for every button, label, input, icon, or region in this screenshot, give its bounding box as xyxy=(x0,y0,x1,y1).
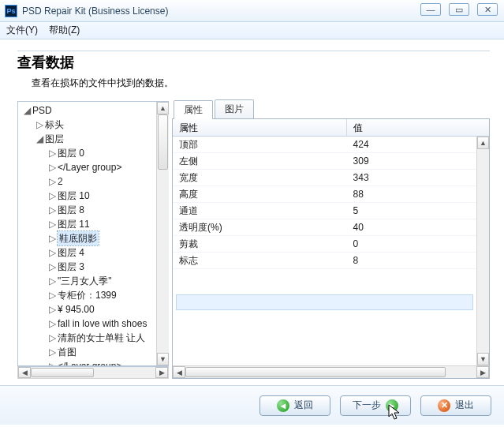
grid-vscrollbar[interactable]: ▲ ▼ xyxy=(476,137,489,365)
property-row[interactable]: 左侧309 xyxy=(173,153,489,170)
maximize-button[interactable]: ▭ xyxy=(449,3,469,16)
tree-item[interactable]: ▷首图 xyxy=(20,345,169,359)
property-row[interactable]: 高度88 xyxy=(173,186,489,203)
footer: ◄ 返回 下一步 ► ✕ 退出 xyxy=(0,385,504,425)
property-row[interactable]: 通道5 xyxy=(173,203,489,219)
menubar: 文件(Y) 帮助(Z) xyxy=(0,22,504,39)
exit-button[interactable]: ✕ 退出 xyxy=(420,395,491,416)
tree-header-node[interactable]: ▷标头 xyxy=(20,118,169,132)
tree-item[interactable]: ▷图层 4 xyxy=(20,245,169,260)
tree-item[interactable]: ▷</Layer group> xyxy=(20,160,169,174)
property-row[interactable]: 透明度(%)40 xyxy=(173,219,489,236)
window-title: PSD Repair Kit (Business License) xyxy=(22,6,168,17)
tree-item[interactable]: ▷图层 11 xyxy=(20,217,169,231)
property-selection xyxy=(176,294,473,310)
scroll-thumb[interactable] xyxy=(185,367,446,377)
scroll-left-icon[interactable]: ◀ xyxy=(18,367,31,378)
tree-hscrollbar[interactable]: ◀ ▶ xyxy=(17,366,169,379)
minimize-button[interactable]: — xyxy=(420,3,441,16)
next-button-label: 下一步 xyxy=(353,399,381,412)
menu-help[interactable]: 帮助(Z) xyxy=(49,24,80,37)
page-subtitle: 查看在损坏的文件中找到的数据。 xyxy=(32,77,490,90)
tree-item[interactable]: ▷</Layer group> xyxy=(20,359,169,365)
back-button-label: 返回 xyxy=(294,399,313,412)
tree-pane: ◢PSD ▷标头 ◢图层 ▷图层 0 ▷</Layer group> ▷2 ▷图… xyxy=(17,101,169,379)
col-name-header[interactable]: 属性 xyxy=(173,119,347,136)
tabs: 属性 图片 xyxy=(172,101,490,118)
tree-item[interactable]: ▷fall in love with shoes xyxy=(20,317,169,331)
scroll-up-icon[interactable]: ▲ xyxy=(157,102,169,114)
scroll-right-icon[interactable]: ▶ xyxy=(476,366,489,378)
titlebar: Ps PSD Repair Kit (Business License) — ▭… xyxy=(0,0,504,22)
col-value-header[interactable]: 值 xyxy=(347,119,489,136)
scroll-down-icon[interactable]: ▼ xyxy=(157,353,169,365)
tree-item-selected[interactable]: ▷鞋底阴影 xyxy=(20,231,169,245)
close-icon: ✕ xyxy=(438,399,450,412)
tab-image[interactable]: 图片 xyxy=(215,99,254,118)
tree-item[interactable]: ▷图层 10 xyxy=(20,189,169,203)
tree-item[interactable]: ▷图层 3 xyxy=(20,260,169,274)
page-title: 查看数据 xyxy=(17,53,490,72)
property-row[interactable]: 标志8 xyxy=(173,253,489,269)
scroll-thumb[interactable] xyxy=(158,114,168,170)
property-grid: 属性 值 顶部424 左侧309 宽度343 高度88 通道5 透明度(%)40… xyxy=(172,118,490,379)
back-button[interactable]: ◄ 返回 xyxy=(259,395,330,416)
property-row[interactable]: 顶部424 xyxy=(173,137,489,153)
property-row[interactable]: 宽度343 xyxy=(173,170,489,186)
scroll-up-icon[interactable]: ▲ xyxy=(477,137,489,149)
tree-item[interactable]: ▷图层 8 xyxy=(20,203,169,217)
tree-item[interactable]: ▷¥ 945.00 xyxy=(20,302,169,317)
exit-button-label: 退出 xyxy=(455,399,474,412)
app-icon: Ps xyxy=(5,5,17,17)
detail-pane: 属性 图片 属性 值 顶部424 左侧309 宽度343 高度88 通道5 透明… xyxy=(172,101,490,379)
tab-properties[interactable]: 属性 xyxy=(174,100,213,119)
property-row[interactable]: 剪裁0 xyxy=(173,236,489,253)
property-header: 属性 值 xyxy=(173,119,489,137)
tree-item[interactable]: ▷清新的女士单鞋 让人 xyxy=(20,331,169,345)
layer-tree[interactable]: ◢PSD ▷标头 ◢图层 ▷图层 0 ▷</Layer group> ▷2 ▷图… xyxy=(18,102,169,365)
tree-layers-node[interactable]: ◢图层 xyxy=(20,132,169,146)
arrow-left-icon: ◄ xyxy=(277,399,289,412)
menu-file[interactable]: 文件(Y) xyxy=(6,24,38,37)
tree-root[interactable]: ◢PSD xyxy=(20,103,169,118)
tree-vscrollbar[interactable]: ▲ ▼ xyxy=(156,102,169,365)
scroll-thumb[interactable] xyxy=(31,368,94,377)
scroll-right-icon[interactable]: ▶ xyxy=(155,367,168,378)
scroll-left-icon[interactable]: ◀ xyxy=(173,366,185,378)
scroll-down-icon[interactable]: ▼ xyxy=(477,353,489,365)
arrow-right-icon: ► xyxy=(386,399,398,412)
grid-hscrollbar[interactable]: ◀ ▶ xyxy=(173,365,489,378)
tree-item[interactable]: ▷"三月女人季" xyxy=(20,274,169,288)
tree-item[interactable]: ▷专柜价：1399 xyxy=(20,288,169,302)
next-button[interactable]: 下一步 ► xyxy=(340,395,411,416)
tree-item[interactable]: ▷2 xyxy=(20,174,169,189)
tree-item[interactable]: ▷图层 0 xyxy=(20,146,169,160)
close-button[interactable]: ✕ xyxy=(477,3,498,16)
